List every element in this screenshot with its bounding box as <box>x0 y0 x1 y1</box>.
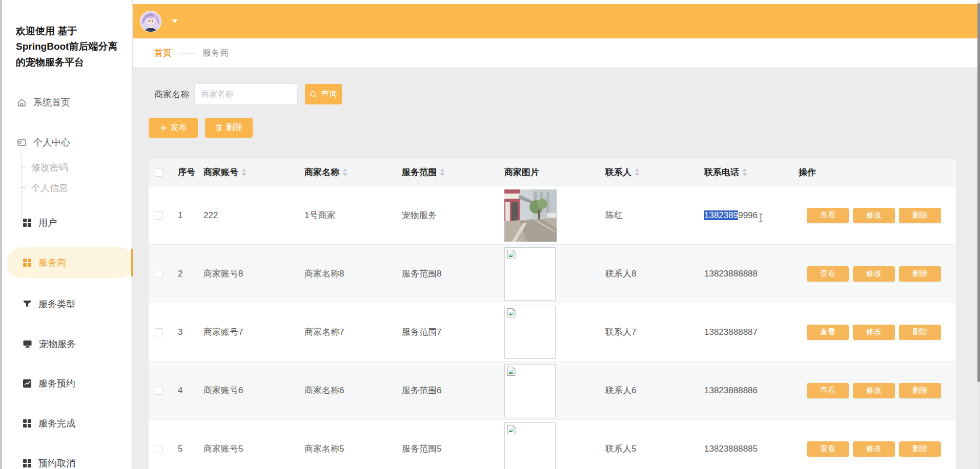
row-delete-button[interactable]: 删除 <box>899 208 941 223</box>
sort-control[interactable] <box>241 168 247 176</box>
view-button[interactable]: 查看 <box>807 325 849 340</box>
text-cursor-icon <box>759 214 763 224</box>
cell-scope: 服务范围7 <box>399 326 501 338</box>
grid-icon <box>23 258 32 267</box>
cell-phone: 13823888888 <box>701 269 795 279</box>
sidebar-item-system-home[interactable]: 系统首页 <box>2 95 133 110</box>
edit-button[interactable]: 修改 <box>853 383 895 398</box>
sidebar-item-service-booking[interactable]: 服务预约 <box>2 376 133 391</box>
broken-image-placeholder <box>504 247 556 301</box>
cell-no: 2 <box>175 269 200 279</box>
cell-scope: 宠物服务 <box>399 209 501 221</box>
sidebar-item-label: 个人中心 <box>33 136 70 148</box>
grid-icon <box>23 459 32 468</box>
cell-actions: 查看 修改 删除 <box>795 266 956 282</box>
row-checkbox[interactable] <box>155 270 163 278</box>
merchant-name-input[interactable] <box>194 83 298 105</box>
row-delete-button[interactable]: 删除 <box>899 266 941 282</box>
row-delete-button[interactable]: 删除 <box>899 325 941 340</box>
edit-button[interactable]: 修改 <box>853 441 895 457</box>
cell-actions: 查看 修改 删除 <box>795 325 956 340</box>
grid-icon <box>23 218 32 227</box>
cell-scope: 服务范围8 <box>399 268 501 280</box>
cell-name: 商家名称8 <box>301 268 399 280</box>
sidebar-item-label: 服务商 <box>38 257 66 269</box>
table-row: 5 商家账号5 商家名称5 服务范围5 联系人5 13823888885 查看 … <box>149 419 956 469</box>
sidebar: 欢迎使用 基于SpringBoot前后端分离的宠物服务平台 系统首页 个人中心 … <box>2 0 133 469</box>
view-button[interactable]: 查看 <box>807 208 849 223</box>
query-button-label: 查询 <box>321 89 337 100</box>
cell-contact: 联系人5 <box>602 443 701 455</box>
edit-button[interactable]: 修改 <box>853 266 895 282</box>
sidebar-item-service-type[interactable]: 服务类型 <box>2 296 133 312</box>
cell-account: 222 <box>200 210 301 221</box>
card-icon <box>17 138 27 147</box>
delete-button-label: 删除 <box>226 122 242 133</box>
sidebar-item-service-provider[interactable]: 服务商 <box>2 255 133 270</box>
cell-no: 4 <box>175 386 200 396</box>
publish-button[interactable]: 发布 <box>149 118 198 138</box>
merchant-table: 序号 商家账号 商家名称 服务范围 商家图片 联系人 联系电话 操作 1 222… <box>149 159 956 469</box>
cell-actions: 查看 修改 删除 <box>795 208 956 223</box>
cell-no: 1 <box>175 210 200 221</box>
content-area: 商家名称 查询 发布 <box>133 68 977 469</box>
sort-control[interactable] <box>440 168 445 176</box>
cell-contact: 联系人6 <box>602 385 701 396</box>
sidebar-item-service-complete[interactable]: 服务完成 <box>2 416 133 431</box>
cell-actions: 查看 修改 删除 <box>795 383 956 398</box>
row-checkbox[interactable] <box>155 445 163 453</box>
sidebar-item-pet-service[interactable]: 宠物服务 <box>2 336 133 352</box>
col-header-no: 序号 <box>175 166 200 178</box>
table-row: 2 商家账号8 商家名称8 服务范围8 联系人8 13823888888 查看 … <box>149 244 956 303</box>
sort-control[interactable] <box>742 168 747 176</box>
row-checkbox[interactable] <box>155 328 163 336</box>
search-label: 商家名称 <box>154 89 189 100</box>
vertical-scrollbar[interactable] <box>977 0 980 469</box>
col-header-scope: 服务范围 <box>402 166 437 178</box>
col-header-actions: 操作 <box>795 166 956 178</box>
cell-phone: 13823888885 <box>701 444 795 454</box>
sort-control[interactable] <box>635 168 640 176</box>
cell-phone: 13823888886 <box>701 386 795 396</box>
sidebar-item-personal-center[interactable]: 个人中心 <box>2 135 133 150</box>
scrollbar-thumb[interactable] <box>977 3 980 382</box>
col-header-name: 商家名称 <box>304 166 339 178</box>
cell-name: 商家名称5 <box>301 443 399 455</box>
cell-name: 商家名称6 <box>301 385 399 396</box>
breadcrumb-separator: —— <box>179 48 194 58</box>
plus-icon <box>160 124 167 132</box>
toolbar: 发布 删除 <box>149 118 977 138</box>
row-checkbox[interactable] <box>155 211 163 220</box>
cell-contact: 陈红 <box>602 209 701 221</box>
sidebar-item-users[interactable]: 用户 <box>2 215 133 230</box>
cell-account: 商家账号7 <box>200 326 301 338</box>
sidebar-item-change-password[interactable]: 修改密码 <box>2 160 133 175</box>
view-button[interactable]: 查看 <box>807 266 849 282</box>
cell-phone: 13823899996 <box>701 210 795 221</box>
row-delete-button[interactable]: 删除 <box>899 383 941 398</box>
sidebar-item-personal-info[interactable]: 个人信息 <box>2 180 133 196</box>
cell-no: 3 <box>175 327 200 337</box>
query-button[interactable]: 查询 <box>305 84 342 104</box>
sort-control[interactable] <box>342 168 348 176</box>
edit-button[interactable]: 修改 <box>853 208 895 223</box>
select-all-checkbox[interactable] <box>155 168 163 177</box>
cell-actions: 查看 修改 删除 <box>795 441 956 457</box>
row-delete-button[interactable]: 删除 <box>899 441 941 457</box>
delete-button[interactable]: 删除 <box>205 118 253 138</box>
phone-rest-text: 9996 <box>738 210 758 220</box>
cell-account: 商家账号8 <box>200 268 301 280</box>
sidebar-item-booking-cancel[interactable]: 预约取消 <box>2 456 133 469</box>
row-checkbox[interactable] <box>155 387 163 395</box>
view-button[interactable]: 查看 <box>807 383 849 398</box>
breadcrumb-home[interactable]: 首页 <box>154 47 172 59</box>
sidebar-item-label: 服务预约 <box>38 377 75 390</box>
edit-button[interactable]: 修改 <box>853 325 895 340</box>
avatar-dropdown-caret-icon[interactable] <box>172 19 178 23</box>
table-row: 3 商家账号7 商家名称7 服务范围7 联系人7 13823888887 查看 … <box>149 303 956 361</box>
search-row: 商家名称 查询 <box>149 83 977 105</box>
view-button[interactable]: 查看 <box>807 441 849 457</box>
main-area: 首页 —— 服务商 商家名称 查询 发布 <box>133 0 977 469</box>
user-avatar[interactable] <box>140 11 161 32</box>
sidebar-item-label: 宠物服务 <box>39 338 76 350</box>
